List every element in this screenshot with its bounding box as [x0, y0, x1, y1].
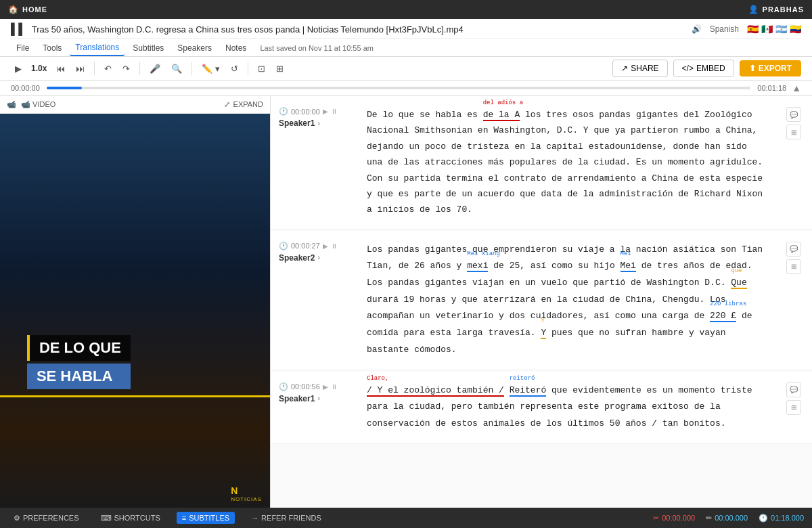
collapse-button[interactable]: ▲ [792, 83, 801, 93]
noticias-logo: N NOTICIAS [231, 485, 262, 502]
export-button[interactable]: ⬆ EXPORT [740, 60, 801, 76]
annotation-que: que [731, 265, 742, 277]
video-text-overlay: DE LO QUE SE HABLA [27, 335, 131, 389]
divider-3 [191, 62, 192, 75]
annotation-wrap-reitero: reiteró Reiteró [510, 382, 547, 399]
home-icon: 🏠 [8, 5, 18, 14]
redo-button[interactable]: ↷ [118, 61, 134, 76]
segment-2-left: 🕐 00:00:27 ▶ ⏸ Speaker2 › [279, 242, 367, 263]
annotated-word-mei: Mei [621, 261, 636, 272]
waveform-icon: ▌▌ [11, 23, 26, 35]
menu-file[interactable]: File [11, 41, 35, 56]
clock-icon-2: 🕐 [279, 242, 288, 250]
noticias-text: NOTICIAS [231, 496, 262, 502]
segment-2-play[interactable]: ▶ [323, 242, 328, 250]
lang-flags: 🇪🇸 🇲🇽 🇦🇷 🇨🇴 [747, 24, 801, 35]
annotated-word-reitero: Reiteró [510, 385, 547, 397]
home-label[interactable]: HOME [22, 5, 47, 14]
shortcuts-icon: ⌨ [101, 514, 112, 523]
timeline-bar: 00:00:00 00:01:18 ▲ [0, 81, 812, 96]
segment-1-content: De lo que se habla es del adiós a de la … [367, 107, 767, 218]
divider-4 [248, 62, 248, 75]
expand-icon: ⤢ [224, 100, 230, 108]
fast-forward-button[interactable]: ⏭ [72, 61, 89, 76]
video-text: 📹 VIDEO [21, 100, 55, 108]
timeline-track[interactable] [47, 87, 750, 89]
top-bar-right: 👤 PRABHAS [748, 5, 804, 14]
filename: Tras 50 años, Washington D.C. regresa a … [32, 24, 686, 35]
menu-translations[interactable]: Translations [70, 40, 125, 56]
segment-2-pause[interactable]: ⏸ [331, 242, 338, 250]
title-bar: ▌▌ Tras 50 años, Washington D.C. regresa… [0, 19, 812, 57]
video-accent-bar [0, 395, 270, 397]
embed-icon: </> [682, 64, 694, 73]
segment-3-expand[interactable]: ⊞ [786, 400, 801, 415]
segment-1-pause[interactable]: ⏸ [331, 108, 338, 115]
video-player[interactable]: DE LO QUE SE HABLA N NOTICIAS [0, 114, 270, 508]
segment-3-left: 🕐 00:00:56 ▶ ⏸ Speaker1 › [279, 382, 367, 403]
segment-1-play[interactable]: ▶ [323, 108, 328, 115]
right-panel[interactable]: 🕐 00:00:00 ▶ ⏸ Speaker1 › De lo que se h… [271, 96, 812, 508]
segment-1-speaker[interactable]: Speaker1 › [279, 118, 367, 128]
expand-label[interactable]: ⤢ EXPAND [224, 100, 263, 109]
menu-subtitles[interactable]: Subtitles [127, 41, 169, 56]
time-value-2: 00:00.000 [715, 514, 748, 522]
segment-3-text[interactable]: Claro, / Y el zoológico también / reiter… [367, 382, 767, 433]
bottom-bar: ⚙ PREFERENCES ⌨ SHORTCUTS ≡ SUBTITLES → … [0, 508, 812, 528]
annotated-word-mexi: mexi [467, 261, 488, 272]
subtitles-label: SUBTITLES [189, 514, 229, 522]
timeline-progress [47, 87, 82, 89]
flag-ar: 🇦🇷 [775, 24, 787, 35]
cut-icon: ✂ [653, 514, 659, 523]
main-content: 📹 📹 VIDEO ⤢ EXPAND DE LO QUE SE HABLA [0, 96, 812, 508]
video-label: 📹 📹 VIDEO [7, 100, 55, 109]
segment-3-comment[interactable]: 💬 [786, 382, 801, 397]
toolbar: ▶ 1.0x ⏮ ⏭ ↶ ↷ 🎤 🔍 ✏️ ▾ ↺ ⊡ ⊞ ↗ SHARE </… [0, 57, 812, 81]
share-button[interactable]: ↗ SHARE [612, 60, 667, 77]
annotation-wrap-y: Y Y [541, 325, 546, 342]
segment-2-expand[interactable]: ⊞ [786, 259, 801, 274]
segment-3-timecode: 00:00:56 [291, 382, 320, 391]
bottom-right: ✂ 00:00.000 ✏ 00:00.000 🕐 01:18.000 [653, 514, 804, 523]
mic-button[interactable]: 🎤 [145, 61, 164, 76]
segment-1-expand[interactable]: ⊞ [786, 125, 801, 139]
pen-icon: ✏ [706, 514, 712, 523]
speaker-icon: 🔊 [692, 24, 702, 34]
shortcuts-button[interactable]: ⌨ SHORTCUTS [95, 512, 166, 525]
segment-3-pause[interactable]: ⏸ [331, 383, 338, 391]
segment-2-comment[interactable]: 💬 [786, 242, 801, 257]
segment-2-text[interactable]: Los pandas gigantes que emprendieron su … [367, 242, 767, 359]
segment-3-speaker[interactable]: Speaker1 › [279, 394, 367, 403]
embed-label: EMBED [696, 64, 725, 73]
menu-speakers[interactable]: Speakers [172, 41, 217, 56]
segment-1-paragraph: De lo que se habla es del adiós a de la … [367, 107, 767, 218]
segment-2-speaker[interactable]: Speaker2 › [279, 253, 367, 263]
embed-button[interactable]: </> EMBED [673, 60, 734, 77]
undo-button[interactable]: ↶ [100, 61, 116, 76]
copy-button[interactable]: ⊡ [254, 61, 269, 76]
play-button[interactable]: ▶ [11, 61, 26, 76]
segment-3-play[interactable]: ▶ [323, 383, 328, 391]
search-button[interactable]: 🔍 [167, 61, 186, 76]
segment-1-text[interactable]: De lo que se habla es del adiós a de la … [367, 107, 767, 218]
chevron-right-icon-3: › [317, 395, 319, 402]
paste-button[interactable]: ⊞ [272, 61, 288, 76]
clock-icon-3: 🕐 [279, 382, 288, 391]
segment-1-timecode: 00:00:00 [291, 108, 320, 116]
pen-button[interactable]: ✏️ ▾ [198, 61, 224, 76]
menu-notes[interactable]: Notes [220, 41, 252, 56]
preferences-button[interactable]: ⚙ PREFERENCES [8, 512, 85, 525]
menu-tools[interactable]: Tools [37, 41, 67, 56]
refer-button[interactable]: → REFER FRIENDS [246, 512, 327, 524]
rewind-button[interactable]: ⏮ [52, 61, 69, 76]
speed-indicator[interactable]: 1.0x [28, 62, 49, 74]
subtitles-button[interactable]: ≡ SUBTITLES [177, 512, 235, 524]
annotation-wrap-mei: Mei Mei [621, 258, 636, 275]
segment-1-left: 🕐 00:00:00 ▶ ⏸ Speaker1 › [279, 107, 367, 128]
reset-button[interactable]: ↺ [227, 61, 242, 76]
annotation-wrap-que: que Que [731, 275, 746, 292]
annotation-wrap-1: del adiós a de la A [483, 107, 520, 123]
segment-1-comment[interactable]: 💬 [786, 107, 801, 122]
time-code-1: ✂ 00:00.000 [653, 514, 695, 523]
video-header: 📹 📹 VIDEO ⤢ EXPAND [0, 96, 270, 114]
